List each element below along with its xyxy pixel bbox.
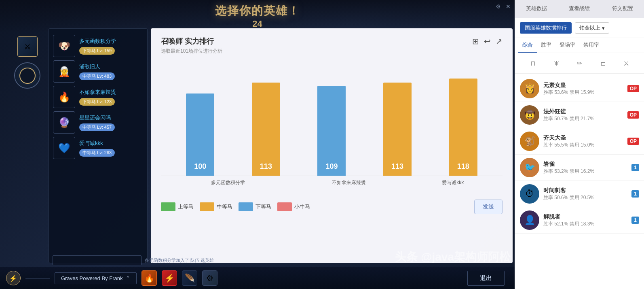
chart-btn-resize[interactable]: ⊞ [472,36,479,46]
status-text: 多元函数积分学加入了 队伍 选英雄 [145,257,214,264]
bar-value-label: 113 [391,162,403,171]
spell3-btn[interactable]: 🪶 [182,270,197,286]
chart-btn-undo[interactable]: ↩ [484,36,491,46]
right-tab[interactable]: 英雄数据 [515,0,558,18]
close-button[interactable]: ✕ [506,3,511,10]
player-info: 多元函数积分学 下等马 Lv: 159 [79,38,143,55]
filter-dropdown[interactable]: 铂金以上 ▾ [575,22,609,34]
exit-button[interactable]: 退出 [467,271,505,286]
bar-group: 118 [449,79,477,176]
legend-color-box [239,202,253,211]
bar-value-label: 118 [457,162,469,171]
sidebar-circle[interactable] [14,62,40,89]
legend-color-box [200,202,214,211]
player-item[interactable]: 💙 爱与诚kkk 中等马 Lv: 263 [53,137,143,159]
champion-info: 岩雀 胜率 53.2% 禁用 16.2% [543,161,627,175]
chart-title: 召唤师 实力排行 [161,36,503,46]
player-avatar-img: 🧝 [53,61,75,82]
player-item[interactable]: 🧝 浦歌旧人 中等马 Lv: 483 [53,60,143,83]
spell4-icon: ⚙ [203,271,217,285]
sub-tab[interactable]: 综合 [518,38,537,53]
legend-color-box [277,202,292,211]
champion-row[interactable]: 🤠 法外狂徒 胜率 50.7% 禁用 21.7% OP [515,102,644,128]
taskbar-icon-btn[interactable]: ⚡ [6,271,21,285]
role-icon-3[interactable]: ⊏ [597,57,609,69]
legend-label: 中等马 [217,203,232,210]
taskbar-divider-left [25,278,50,278]
role-icons: ⊓🗡✏⊏⚔ [515,53,644,74]
champion-name-btn[interactable]: Graves Powered By Frank ⌃ [55,272,137,284]
bar-group: 109 [317,86,346,176]
champion-badge: 1 [631,164,639,171]
champion-info: 元素女皇 胜率 53.6% 禁用 15.9% [543,82,623,96]
chart-bar: 100 [186,94,214,176]
champion-stats: 胜率 52.1% 禁用 18.3% [543,221,627,227]
minimize-button[interactable]: — [485,3,491,10]
champion-name: 齐天大圣 [543,134,623,142]
player-item[interactable]: 🔮 星星还会闪吗 中等马 Lv: 457 [53,111,143,134]
main-area: 🐶 多元函数积分学 下等马 Lv: 159 🧝 浦歌旧人 中等马 Lv: 483… [49,28,513,263]
legend-color-box [161,202,175,211]
spell2-btn[interactable]: ⚡ [162,270,177,286]
chart-area: 100 113 109 113 118 多元函数积分学不如拿来麻辣烫爱与诚kkk [161,63,503,192]
settings-button[interactable]: ⚙ [496,3,501,10]
bar-group: 113 [383,83,412,176]
player-name: 星星还会闪吗 [79,114,143,121]
status-input[interactable] [53,255,141,265]
sub-tab[interactable]: 登场率 [555,38,579,53]
player-avatar: 🐶 [53,35,75,57]
player-info: 不如拿来麻辣烫 下等马 Lv: 123 [79,89,143,106]
player-name: 不如拿来麻辣烫 [79,89,143,96]
chart-bar: 113 [252,83,280,176]
sub-tab[interactable]: 禁用率 [579,38,603,53]
spell4-btn[interactable]: ⚙ [202,270,217,286]
legend-item: 下等马 [239,202,271,211]
champion-avatar: 👸 [520,79,539,98]
champion-avatar-img: 🐦 [520,158,539,177]
champion-row[interactable]: 🐦 岩雀 胜率 53.2% 禁用 16.2% 1 [515,155,644,181]
player-rank-badge: 下等马 Lv: 159 [79,47,115,55]
champion-row[interactable]: 👸 元素女皇 胜率 53.6% 禁用 15.9% OP [515,76,644,102]
player-name: 爱与诚kkk [79,140,143,147]
sub-tab[interactable]: 胜率 [537,38,555,53]
chart-btn-export[interactable]: ↗ [496,36,503,46]
champion-info: 法外狂徒 胜率 50.7% 禁用 21.7% [543,108,623,122]
right-tab[interactable]: 符文配置 [601,0,644,18]
champion-avatar: 🐒 [520,132,539,151]
player-name: 浦歌旧人 [79,63,143,70]
bar-group: 100 [186,94,214,176]
champion-info: 齐天大圣 胜率 55.5% 禁用 15.0% [543,134,623,149]
player-rank-badge: 中等马 Lv: 483 [79,72,115,80]
chart-subtitle: 选取最近101场排位进行分析 [161,48,503,55]
send-button[interactable]: 发送 [474,200,503,214]
player-rank-badge: 中等马 Lv: 457 [79,123,115,131]
role-icon-1[interactable]: 🗡 [550,57,562,69]
role-icon-2[interactable]: ✏ [573,57,585,69]
champion-row[interactable]: ⏱ 时间刺客 胜率 50.6% 禁用 20.5% 1 [515,181,644,207]
player-avatar-img: 🔮 [53,112,75,133]
legend-item: 小牛马 [277,202,310,211]
chart-panel: 召唤师 实力排行 选取最近101场排位进行分析 ⊞ ↩ ↗ 100 113 10… [151,28,513,263]
right-tab[interactable]: 查看战绩 [558,0,601,18]
player-item[interactable]: 🐶 多元函数积分学 下等马 Lv: 159 [53,35,143,57]
player-avatar: 🧝 [53,60,75,83]
champion-badge: 1 [631,217,639,224]
role-icon-0[interactable]: ⊓ [527,57,539,69]
legend-label: 小牛马 [294,203,310,210]
role-icon-4[interactable]: ⚔ [620,57,632,69]
champion-row[interactable]: 🐒 齐天大圣 胜率 55.5% 禁用 15.0% OP [515,128,644,155]
sidebar-icon-1[interactable]: ⚔ [17,36,38,57]
window-controls: — ⚙ ✕ [485,3,511,10]
player-item[interactable]: 🔥 不如拿来麻辣烫 下等马 Lv: 123 [53,86,143,108]
player-avatar: 💙 [53,137,75,159]
champion-badge: OP [627,138,639,145]
champion-name: 解脱者 [543,213,627,221]
player-info: 爱与诚kkk 中等马 Lv: 263 [79,140,143,157]
filter-active-btn[interactable]: 国服英雄数据排行 [520,22,572,34]
champion-row[interactable]: 👤 解脱者 胜率 52.1% 禁用 18.3% 1 [515,207,644,234]
champion-badge: OP [627,85,639,92]
player-avatar-img: 🔥 [53,86,75,108]
bars-container: 100 113 109 113 118 [161,63,503,176]
spell1-btn[interactable]: 🔥 [141,270,157,286]
champion-avatar-img: 👤 [520,210,539,230]
